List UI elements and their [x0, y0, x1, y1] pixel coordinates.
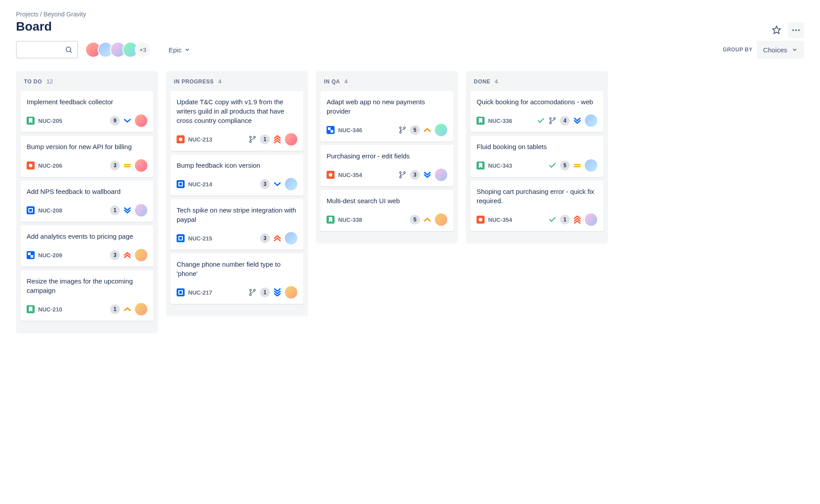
card-title: Change phone number field type to 'phone… [177, 260, 297, 278]
column-count: 4 [218, 78, 221, 85]
svg-point-27 [550, 118, 552, 119]
more-button[interactable] [788, 22, 804, 38]
card[interactable]: Purchasing error - edit fields NUC-354 3 [320, 145, 453, 186]
story-points: 3 [260, 233, 270, 243]
done-check-icon [548, 216, 556, 224]
issue-key: NUC-205 [38, 118, 62, 124]
breadcrumb-root[interactable]: Projects [16, 11, 39, 18]
card[interactable]: Implement feedback collector NUC-205 9 [20, 91, 154, 132]
issue-key: NUC-346 [338, 127, 362, 134]
assignee-avatar[interactable] [285, 133, 297, 146]
card-title: Adapt web app no new payments provider [327, 97, 447, 116]
column-header: DONE 4 [470, 77, 603, 91]
assignee-avatar[interactable] [585, 159, 597, 172]
assignee-avatar[interactable] [285, 232, 297, 244]
assignee-avatar[interactable] [135, 204, 147, 217]
avatar-stack: +3 [85, 42, 151, 58]
priority-icon [123, 206, 131, 214]
priority-icon [273, 180, 281, 188]
epic-filter[interactable]: Epic [169, 46, 190, 54]
svg-point-9 [250, 136, 252, 138]
card-right: 3 [260, 178, 297, 190]
assignee-avatar[interactable] [285, 286, 297, 299]
assignee-avatar[interactable] [135, 303, 147, 315]
card-right: 4 [537, 114, 597, 127]
svg-point-0 [792, 29, 794, 31]
assignee-avatar[interactable] [135, 249, 147, 261]
issue-type-icon [477, 161, 485, 169]
svg-point-17 [250, 294, 252, 295]
card-footer: NUC-354 3 [327, 169, 447, 181]
story-points: 1 [110, 205, 120, 215]
svg-point-16 [254, 289, 256, 291]
priority-icon [423, 216, 431, 224]
card[interactable]: Update T&C copy with v1.9 from the write… [170, 91, 304, 151]
story-points: 3 [260, 179, 270, 189]
assignee-avatar[interactable] [135, 114, 147, 127]
svg-point-28 [554, 118, 556, 119]
branch-icon [248, 288, 256, 296]
card-title: Add analytics events to pricing page [27, 232, 147, 241]
priority-icon [573, 216, 581, 224]
svg-point-11 [250, 141, 252, 142]
story-points: 3 [110, 161, 120, 170]
search-input[interactable] [16, 41, 78, 59]
card[interactable]: Add analytics events to pricing page NUC… [20, 225, 154, 267]
svg-point-15 [250, 289, 252, 291]
svg-point-3 [66, 47, 71, 52]
card[interactable]: Multi-dest search UI web NUC-338 5 [320, 190, 453, 231]
card[interactable]: Resize the images for the upcoming campa… [20, 270, 154, 321]
card[interactable]: Quick booking for accomodations - web NU… [470, 91, 603, 132]
card-title: Multi-dest search UI web [327, 196, 447, 205]
svg-rect-12 [179, 182, 182, 186]
assignee-avatar[interactable] [435, 169, 447, 181]
column-title: IN PROGRESS [174, 79, 214, 85]
story-points: 5 [560, 161, 570, 170]
story-points: 1 [560, 215, 570, 224]
card-title: Implement feedback collector [27, 97, 147, 106]
assignee-avatar[interactable] [135, 159, 147, 172]
title-actions [769, 22, 804, 38]
card-left: NUC-354 [477, 216, 512, 224]
card[interactable]: Change phone number field type to 'phone… [170, 253, 304, 304]
avatar-more[interactable]: +3 [135, 42, 151, 58]
svg-point-25 [404, 172, 406, 173]
star-button[interactable] [769, 22, 785, 38]
card-right: 1 [548, 213, 597, 226]
card-left: NUC-213 [177, 135, 212, 143]
card-left: NUC-209 [27, 251, 62, 259]
card-title: Quick booking for accomodations - web [477, 97, 597, 106]
card[interactable]: Shoping cart purchasing error - quick fi… [470, 181, 603, 231]
card[interactable]: Adapt web app no new payments provider N… [320, 91, 453, 142]
priority-icon [273, 135, 281, 143]
story-points: 1 [110, 304, 120, 314]
board: TO DO 12 Implement feedback collector NU… [16, 71, 804, 333]
card-title: Fluid booking on tablets [477, 142, 597, 151]
issue-key: NUC-343 [488, 162, 512, 169]
issue-key: NUC-210 [38, 306, 62, 313]
card[interactable]: Tech spike on new stripe integration wit… [170, 199, 304, 250]
epic-filter-label: Epic [169, 46, 181, 54]
svg-point-30 [479, 218, 482, 221]
card-footer: NUC-205 9 [27, 114, 147, 127]
assignee-avatar[interactable] [435, 213, 447, 226]
card-left: NUC-217 [177, 288, 212, 296]
assignee-avatar[interactable] [435, 124, 447, 136]
assignee-avatar[interactable] [285, 178, 297, 190]
priority-icon [423, 126, 431, 134]
card-footer: NUC-343 5 [477, 159, 597, 172]
card[interactable]: Fluid booking on tablets NUC-343 5 [470, 136, 603, 177]
assignee-avatar[interactable] [585, 114, 597, 127]
issue-type-icon [327, 216, 335, 224]
branch-icon [248, 135, 256, 143]
card-right: 1 [248, 133, 297, 146]
group-by-select[interactable]: Choices [757, 41, 804, 59]
svg-point-23 [329, 173, 332, 177]
assignee-avatar[interactable] [585, 213, 597, 226]
card[interactable]: Bump feedback icon version NUC-214 3 [170, 154, 304, 196]
breadcrumb-project[interactable]: Beyond Gravity [43, 11, 86, 18]
card-footer: NUC-213 1 [177, 133, 297, 146]
issue-type-icon [477, 117, 485, 125]
card[interactable]: Bump version for new API for billing NUC… [20, 136, 154, 177]
card[interactable]: Add NPS feedback to wallboard NUC-208 1 [20, 181, 154, 222]
